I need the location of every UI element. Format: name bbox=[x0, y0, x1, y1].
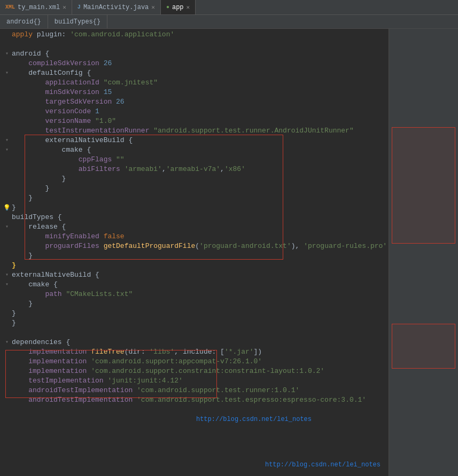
code-line-minsdk: minSdkVersion 15 bbox=[2, 88, 386, 97]
tab-app[interactable]: ● app ✕ bbox=[161, 0, 196, 14]
code-line-abifilters: abiFilters 'armeabi','armeabi-v7a','x86' bbox=[2, 165, 386, 174]
secondary-tab-bar: android{} buildTypes{} bbox=[0, 15, 458, 29]
watermark: http://blog.csdn.net/lei_notes bbox=[196, 415, 312, 424]
sec-tab-android[interactable]: android{} bbox=[0, 15, 48, 28]
code-line-blank1 bbox=[2, 40, 386, 49]
tab-bar: XML ty_main.xml ✕ J MainActivity.java ✕ … bbox=[0, 0, 458, 15]
code-line-testrunner: testInstrumentationRunner "android.suppo… bbox=[2, 126, 386, 136]
gutter-enb2-fold[interactable]: ▾ bbox=[2, 270, 12, 280]
code-area: apply plugin: 'com.android.application' … bbox=[0, 29, 458, 476]
line-android-body: android { bbox=[12, 49, 386, 59]
tab-xml-label: ty_main.xml bbox=[18, 4, 60, 11]
minimap-box1 bbox=[392, 127, 455, 244]
code-line-defaultconfig: ▾ defaultConfig { bbox=[2, 68, 386, 78]
code-line-cmake1: ▾ cmake { bbox=[2, 145, 386, 155]
line-apply-body: apply plugin: 'com.android.application' bbox=[12, 30, 386, 40]
app-icon: ● bbox=[166, 4, 169, 10]
gutter-deps-fold[interactable]: ▾ bbox=[2, 338, 12, 347]
minimap-box2 bbox=[392, 324, 455, 369]
tab-xml[interactable]: XML ty_main.xml ✕ bbox=[0, 0, 72, 14]
code-line-proguard: proguardFiles getDefaultProguardFile('pr… bbox=[2, 241, 386, 251]
code-line-deps: ▾ dependencies { bbox=[2, 338, 386, 347]
code-line-junit: testImplementation 'junit:junit:4.12' bbox=[2, 376, 386, 386]
code-line-release-close: } bbox=[2, 251, 386, 261]
gutter-bulb: 💡 bbox=[2, 203, 12, 213]
code-line-compilesdk: compileSdkVersion 26 bbox=[2, 59, 386, 68]
xml-icon: XML bbox=[5, 4, 15, 10]
tab-java-close[interactable]: ✕ bbox=[151, 4, 155, 11]
code-line-constraint: implementation 'com.android.support.cons… bbox=[2, 366, 386, 376]
gutter-cmake2-fold[interactable]: ▾ bbox=[2, 280, 12, 290]
code-line-enb1: ▾ externalNativeBuild { bbox=[2, 136, 386, 145]
sec-tab-android-label: android{} bbox=[6, 18, 41, 26]
code-line-appcompat: implementation 'com.android.support:appc… bbox=[2, 357, 386, 366]
code-line-defaultconfig-close: } bbox=[2, 193, 386, 203]
code-line-release: ▾ release { bbox=[2, 222, 386, 232]
code-line-cppflags: cppFlags "" bbox=[2, 155, 386, 165]
tab-app-label: app bbox=[172, 4, 184, 11]
code-line-minify: minifyEnabled false bbox=[2, 232, 386, 241]
code-line-enb1-close: } bbox=[2, 184, 386, 193]
sec-tab-buildtypes[interactable]: buildTypes{} bbox=[48, 15, 107, 28]
code-line-versioncode: versionCode 1 bbox=[2, 107, 386, 116]
code-line-path: path "CMakeLists.txt" bbox=[2, 290, 386, 299]
code-line-android: ▾ android { bbox=[2, 49, 386, 59]
code-line-espresso: androidTestImplementation 'com.android.s… bbox=[2, 395, 386, 424]
code-line-blank2 bbox=[2, 328, 386, 338]
gutter-enb1-fold[interactable]: ▾ bbox=[2, 136, 12, 145]
code-line-buildtypes: buildTypes { bbox=[2, 213, 386, 222]
code-editor[interactable]: apply plugin: 'com.android.application' … bbox=[0, 29, 389, 476]
java-icon: J bbox=[77, 4, 81, 10]
tab-xml-close[interactable]: ✕ bbox=[63, 4, 66, 11]
code-line-enb2-close: } bbox=[2, 309, 386, 318]
gutter-defaultconfig-fold[interactable]: ▾ bbox=[2, 68, 12, 78]
code-line-android-close: 💡 } bbox=[2, 203, 386, 213]
code-line-appid: applicationId "com.jnitest" bbox=[2, 78, 386, 88]
code-line-cmake1-close: } bbox=[2, 174, 386, 184]
code-line-buildtypes-close: } bbox=[2, 261, 386, 270]
gutter-android-fold[interactable]: ▾ bbox=[2, 49, 12, 59]
code-line-closing-brace: } bbox=[2, 318, 386, 328]
sec-tab-buildtypes-label: buildTypes{} bbox=[55, 18, 100, 26]
code-line-enb2: ▾ externalNativeBuild { bbox=[2, 270, 386, 280]
code-line-versionname: versionName "1.0" bbox=[2, 116, 386, 126]
gutter-cmake1-fold[interactable]: ▾ bbox=[2, 145, 12, 155]
tab-java[interactable]: J MainActivity.java ✕ bbox=[72, 0, 161, 14]
code-line-targetsdk: targetSdkVersion 26 bbox=[2, 97, 386, 107]
code-line-testrunner2: androidTestImplementation 'com.android.s… bbox=[2, 386, 386, 395]
code-line-apply: apply plugin: 'com.android.application' bbox=[2, 30, 386, 40]
tab-java-label: MainActivity.java bbox=[83, 4, 149, 11]
code-line-cmake2: ▾ cmake { bbox=[2, 280, 386, 290]
tab-app-close[interactable]: ✕ bbox=[187, 4, 190, 11]
right-panel bbox=[389, 29, 458, 476]
gutter-release-fold[interactable]: ▾ bbox=[2, 222, 12, 232]
code-line-cmake2-close: } bbox=[2, 299, 386, 309]
code-line-filetree: implementation fileTree(dir: 'libs', inc… bbox=[2, 347, 386, 357]
